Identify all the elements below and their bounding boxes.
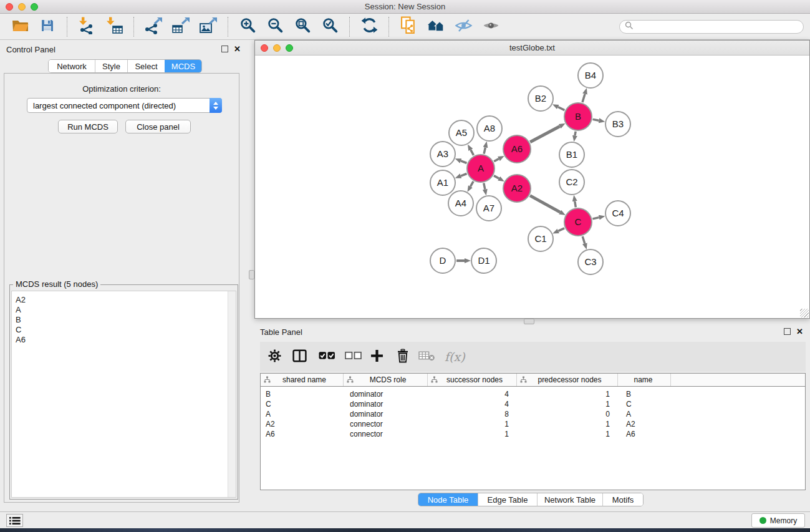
refresh-button[interactable] (355, 16, 383, 38)
edge-C-C1[interactable] (558, 228, 564, 231)
control-panel-body: Optimization criterion: largest connecte… (4, 73, 239, 503)
tab-edge-table[interactable]: Edge Table (478, 493, 537, 506)
mcds-result-list[interactable]: A2ABCA6 (11, 291, 236, 498)
function-builder-button[interactable]: f(x) (445, 350, 465, 364)
network-window-titlebar[interactable]: testGlobe.txt (255, 41, 809, 56)
edge-C-C3[interactable] (582, 236, 585, 244)
edge-A-A5[interactable] (471, 150, 474, 155)
edge-A-A7[interactable] (484, 183, 485, 190)
tab-style[interactable]: Style (95, 60, 127, 72)
result-item[interactable]: A2 (16, 295, 236, 305)
control-panel-float-icon[interactable] (221, 46, 228, 52)
tab-node-table[interactable]: Node Table (418, 493, 478, 506)
column-header-MCDS-role[interactable]: MCDS role (344, 374, 428, 386)
edge-A-A4[interactable] (470, 181, 473, 186)
edge-B-B3[interactable] (593, 119, 599, 120)
trash-button[interactable] (395, 346, 411, 368)
table-row[interactable]: A6connector11A6 (261, 429, 805, 439)
edge-B-B1[interactable] (575, 132, 576, 136)
zoom-fit-button[interactable] (289, 16, 316, 38)
export-table-button[interactable] (167, 16, 195, 38)
desktop-strip (0, 528, 810, 532)
hide-selected-button[interactable] (450, 16, 477, 38)
minimize-window-icon[interactable] (18, 3, 26, 11)
network-canvas[interactable]: AA6A2BCA1A3A4A5A7A8B1B2B3B4C1C2C3C4DD1 (255, 56, 809, 318)
close-panel-button[interactable]: Close panel (125, 120, 191, 133)
table-row[interactable]: A2connector11A2 (261, 419, 805, 429)
result-item[interactable]: A6 (16, 335, 236, 345)
cell-predecessor-nodes: 0 (517, 410, 618, 418)
network-close-icon[interactable] (261, 44, 268, 52)
control-panel-close-icon[interactable]: ✕ (234, 46, 241, 52)
table-row[interactable]: Cdominator41C (261, 399, 805, 409)
column-header-name[interactable]: name (618, 374, 671, 386)
network-zoom-icon[interactable] (286, 44, 293, 52)
zoom-window-icon[interactable] (31, 3, 38, 11)
search-input[interactable] (637, 22, 803, 32)
show-all-button[interactable] (477, 16, 504, 38)
import-table-button[interactable] (100, 16, 128, 38)
edge-B-B4[interactable] (582, 94, 585, 102)
export-network-button[interactable] (140, 16, 167, 38)
gear-button[interactable] (266, 346, 282, 368)
edge-B-B2[interactable] (558, 107, 565, 110)
tab-motifs[interactable]: Motifs (602, 493, 643, 506)
horizontal-splitter-handle[interactable] (524, 319, 534, 324)
save-button[interactable] (34, 16, 61, 38)
select-all-button[interactable] (319, 346, 335, 368)
edge-C-C2[interactable] (575, 201, 576, 208)
node-table[interactable]: shared nameMCDS rolesuccessor nodesprede… (260, 373, 806, 490)
close-window-icon[interactable] (6, 3, 13, 11)
tab-network[interactable]: Network (49, 60, 95, 72)
table-panel-float-icon[interactable] (784, 328, 791, 335)
add-button[interactable] (369, 346, 385, 368)
node-label-A5: A5 (456, 127, 467, 138)
edge-C-C4[interactable] (592, 218, 599, 219)
open-button[interactable] (6, 16, 34, 38)
table-row[interactable]: Bdominator41B (261, 389, 805, 399)
result-scrollbar[interactable] (228, 291, 236, 497)
result-item[interactable]: A (16, 305, 236, 315)
criterion-dropdown[interactable]: largest connected component (directed) (27, 98, 222, 113)
deselect-all-button[interactable] (345, 346, 361, 368)
result-item[interactable]: B (16, 315, 236, 325)
tab-network-table[interactable]: Network Table (537, 493, 602, 506)
edge-A2-C[interactable] (530, 196, 560, 213)
edge-A-A3[interactable] (461, 161, 467, 163)
edge-A-A6[interactable] (494, 159, 499, 162)
table-toolbar-buttons (266, 346, 435, 368)
table-panel-close-icon[interactable]: ✕ (796, 328, 803, 335)
zoom-selected-button[interactable] (316, 16, 344, 38)
result-item[interactable]: C (16, 325, 236, 335)
zoom-in-button[interactable] (234, 16, 261, 38)
search-box[interactable] (619, 20, 804, 34)
column-header-shared-name[interactable]: shared name (261, 374, 344, 386)
tab-select[interactable]: Select (127, 60, 165, 72)
task-history-button[interactable] (6, 514, 23, 527)
zoom-out-button[interactable] (261, 16, 289, 38)
memory-button[interactable]: Memory (751, 513, 805, 528)
cell-MCDS-role: dominator (344, 400, 428, 409)
column-header-successor-nodes[interactable]: successor nodes (428, 374, 517, 386)
new-network-from-selection-button[interactable] (395, 16, 422, 38)
export-image-button[interactable] (195, 16, 222, 38)
new-network-from-selection-icon (400, 16, 417, 37)
column-header-predecessor-nodes[interactable]: predecessor nodes (517, 374, 618, 386)
network-minimize-icon[interactable] (273, 44, 281, 52)
open-icon (11, 18, 29, 36)
import-network-button[interactable] (73, 16, 100, 38)
edge-A6-B[interactable] (530, 127, 560, 142)
edge-A-A8[interactable] (484, 147, 485, 153)
table-row[interactable]: Adominator80A (261, 409, 805, 419)
edge-A-A2[interactable] (494, 176, 499, 179)
run-mcds-button[interactable]: Run MCDS (58, 120, 118, 133)
delete-table-button[interactable] (418, 346, 435, 368)
first-neighbors-button[interactable] (422, 16, 450, 38)
node-label-C1: C1 (534, 233, 546, 244)
tab-mcds[interactable]: MCDS (165, 60, 201, 72)
edge-A-A1[interactable] (461, 174, 467, 177)
node-label-D1: D1 (478, 255, 489, 266)
columns-button[interactable] (291, 346, 307, 368)
resize-grip-icon[interactable] (800, 309, 809, 317)
vertical-splitter-handle[interactable] (249, 270, 254, 279)
